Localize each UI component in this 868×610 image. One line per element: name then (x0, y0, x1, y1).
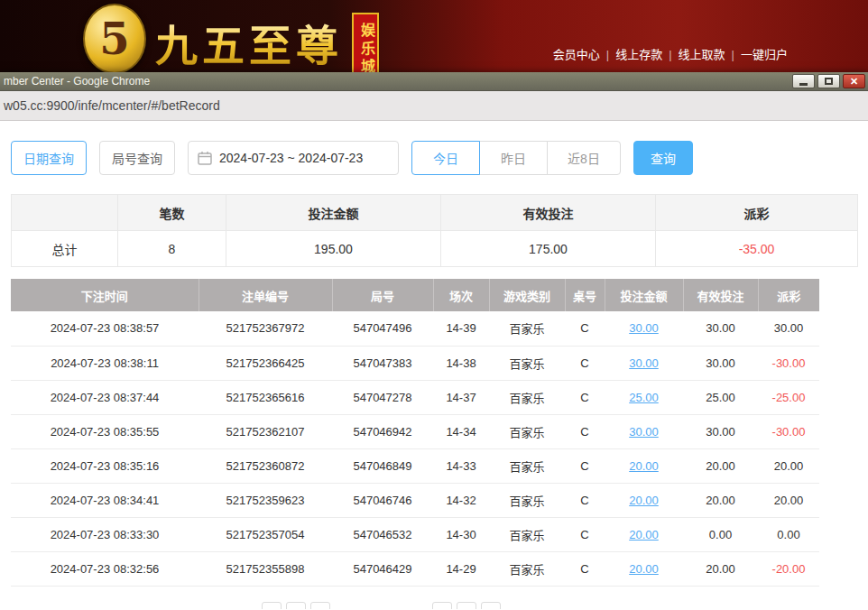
today-button[interactable]: 今日 (411, 141, 480, 175)
pagination-button[interactable] (432, 602, 452, 609)
nav-member-center[interactable]: 会员中心 (553, 48, 600, 61)
cell-payout: -30.00 (758, 414, 819, 448)
col-header-session: 场次 (433, 279, 489, 311)
cell-table: C (565, 346, 605, 380)
cell-payout: 20.00 (758, 448, 819, 483)
cell-bet[interactable]: 20.00 (605, 448, 683, 483)
detail-table-body: 2024-07-23 08:38:57521752367972547047496… (11, 311, 819, 586)
cell-time: 2024-07-23 08:38:57 (11, 311, 199, 346)
cell-session: 14-39 (433, 311, 489, 346)
cell-game: 百家乐 (489, 448, 565, 483)
nav-separator: | (669, 48, 671, 61)
search-button[interactable]: 查询 (633, 141, 693, 175)
maximize-icon (825, 78, 833, 85)
date-query-tab[interactable]: 日期查询 (11, 141, 87, 175)
page-content: 日期查询 局号查询 2024-07-23 ~ 2024-07-23 今日 昨日 … (0, 121, 868, 609)
cell-time: 2024-07-23 08:37:44 (11, 380, 199, 414)
logo-coin-icon: 5 (83, 4, 146, 74)
cell-game: 百家乐 (489, 483, 565, 517)
cell-table: C (565, 311, 605, 346)
summary-header-payout: 派彩 (656, 195, 858, 231)
cell-game: 百家乐 (489, 380, 565, 414)
filter-bar: 日期查询 局号查询 2024-07-23 ~ 2024-07-23 今日 昨日 … (11, 141, 693, 175)
quick-date-group: 今日 昨日 近8日 (411, 141, 621, 175)
round-query-tab[interactable]: 局号查询 (99, 141, 175, 175)
summary-total-row: 总计 8 195.00 175.00 -35.00 (12, 231, 858, 267)
col-header-table: 桌号 (565, 279, 605, 311)
table-row: 2024-07-23 08:35:55521752362107547046942… (11, 414, 819, 448)
cell-bet[interactable]: 20.00 (605, 551, 683, 586)
maximize-button[interactable] (817, 74, 840, 88)
cell-bet[interactable]: 30.00 (605, 414, 683, 448)
top-nav: 会员中心|线上存款|线上取款|一键归户 (547, 45, 794, 62)
detail-table: 下注时间注单编号局号场次游戏类别桌号投注金额有效投注派彩 2024-07-23 … (11, 279, 819, 587)
cell-payout: -25.00 (758, 380, 819, 414)
cell-valid: 30.00 (683, 414, 758, 448)
cell-payout: 20.00 (758, 483, 819, 517)
cell-round: 547046942 (332, 414, 433, 448)
minimize-icon (799, 83, 808, 86)
window-titlebar[interactable]: mber Center - Google Chrome ✕ (0, 72, 868, 91)
cell-table: C (565, 551, 605, 586)
cell-table: C (565, 448, 605, 483)
cell-table: C (565, 517, 605, 551)
col-header-bet: 投注金额 (605, 279, 683, 311)
nav-separator: | (732, 48, 734, 61)
summary-total-count: 8 (118, 231, 226, 267)
url-text[interactable]: w05.cc:9900/infe/mcenter/#/betRecord (0, 98, 220, 113)
col-header-time: 下注时间 (11, 279, 199, 311)
close-icon: ✕ (850, 77, 858, 87)
table-row: 2024-07-23 08:37:44521752365616547047278… (11, 380, 819, 414)
cell-round: 547047383 (332, 346, 433, 380)
pagination-button[interactable] (457, 602, 476, 609)
minimize-button[interactable] (792, 74, 815, 88)
cell-round: 547047278 (332, 380, 433, 414)
cell-time: 2024-07-23 08:33:30 (11, 517, 199, 551)
cell-session: 14-33 (433, 448, 489, 483)
close-button[interactable]: ✕ (843, 74, 865, 88)
site-logo: 5 九五至尊 娱乐城 (83, 4, 379, 83)
cell-bet[interactable]: 25.00 (605, 380, 683, 414)
table-row: 2024-07-23 08:38:57521752367972547047496… (11, 311, 819, 346)
cell-session: 14-32 (433, 483, 489, 517)
col-header-valid: 有效投注 (683, 279, 758, 311)
pagination-button[interactable] (481, 602, 501, 609)
cell-order: 521752359623 (199, 483, 332, 517)
cell-bet[interactable]: 30.00 (605, 311, 683, 346)
cell-bet[interactable]: 30.00 (605, 346, 683, 380)
date-range-value: 2024-07-23 ~ 2024-07-23 (219, 151, 363, 165)
nav-one-key-transfer[interactable]: 一键归户 (741, 48, 788, 61)
table-row: 2024-07-23 08:35:16521752360872547046849… (11, 448, 819, 483)
cell-order: 521752357054 (199, 517, 332, 551)
summary-total-bet: 195.00 (226, 231, 441, 267)
browser-window: mber Center - Google Chrome ✕ w05.cc:990… (0, 72, 868, 610)
last-8-days-button[interactable]: 近8日 (547, 141, 621, 175)
cell-session: 14-29 (433, 551, 489, 586)
date-range-input[interactable]: 2024-07-23 ~ 2024-07-23 (188, 141, 399, 175)
cell-bet[interactable]: 20.00 (605, 517, 683, 551)
cell-round: 547046746 (332, 483, 433, 517)
table-row: 2024-07-23 08:33:30521752357054547046532… (11, 517, 819, 551)
cell-round: 547047496 (332, 311, 433, 346)
pagination-button[interactable] (262, 602, 282, 609)
cell-time: 2024-07-23 08:32:56 (11, 551, 199, 586)
detail-header-row: 下注时间注单编号局号场次游戏类别桌号投注金额有效投注派彩 (11, 279, 819, 311)
logo-coin-number: 5 (99, 14, 129, 64)
cell-order: 521752360872 (199, 448, 332, 483)
cell-session: 14-38 (433, 346, 489, 380)
calendar-icon (198, 151, 212, 165)
nav-online-deposit[interactable]: 线上存款 (615, 48, 662, 61)
summary-total-label: 总计 (12, 231, 118, 267)
cell-bet[interactable]: 20.00 (605, 483, 683, 517)
cell-valid: 0.00 (683, 517, 758, 551)
summary-header-count: 笔数 (118, 195, 226, 231)
summary-header-valid-bet: 有效投注 (441, 195, 656, 231)
summary-total-payout: -35.00 (656, 231, 858, 267)
yesterday-button[interactable]: 昨日 (479, 141, 548, 175)
nav-online-withdraw[interactable]: 线上取款 (679, 48, 725, 61)
window-title: mber Center - Google Chrome (2, 75, 792, 88)
pagination-button[interactable] (310, 602, 330, 609)
cell-payout: 0.00 (758, 517, 819, 551)
pagination-button[interactable] (286, 602, 306, 609)
cell-payout: -30.00 (758, 346, 819, 380)
